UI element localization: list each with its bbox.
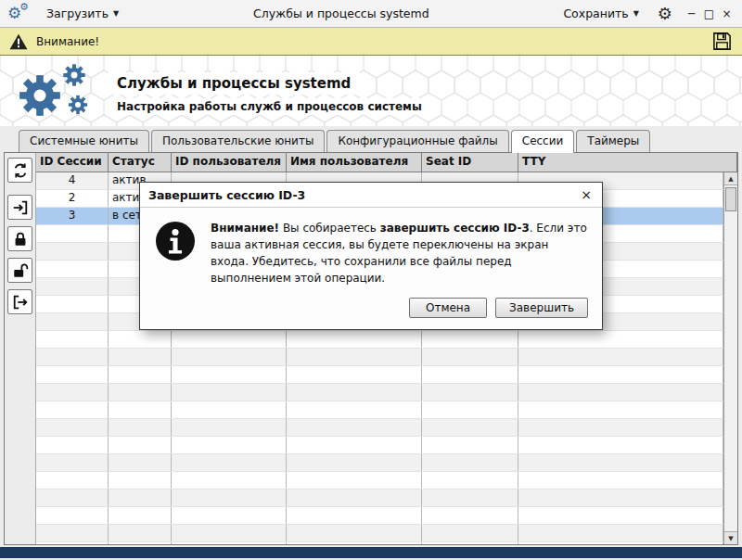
table-cell <box>287 366 422 383</box>
table-cell <box>172 437 287 453</box>
save-floppy-icon[interactable] <box>711 31 733 52</box>
terminate-session-dialog: Завершить сессию ID-3 × Внимание! Вы соб… <box>139 182 603 330</box>
table-cell <box>422 419 518 436</box>
column-header[interactable]: ID Сессии <box>36 153 109 172</box>
table-cell <box>36 225 109 242</box>
table-cell: 2 <box>36 190 109 207</box>
table-row[interactable] <box>36 472 723 490</box>
scroll-up-icon[interactable]: ▲ <box>724 172 737 185</box>
table-row[interactable] <box>36 419 723 437</box>
confirm-terminate-button[interactable]: Завершить <box>495 298 588 318</box>
table-row[interactable] <box>36 507 723 525</box>
table-row[interactable] <box>36 454 723 472</box>
close-button[interactable]: × <box>719 7 735 20</box>
column-header[interactable]: Статус <box>109 153 172 172</box>
dialog-message-text: Вы собираетесь <box>279 222 380 235</box>
lock-icon <box>12 231 29 248</box>
column-header[interactable]: ID пользователя <box>172 153 287 172</box>
dialog-close-icon[interactable]: × <box>579 187 594 202</box>
table-cell <box>422 401 518 418</box>
tab-timers[interactable]: Таймеры <box>576 130 650 152</box>
refresh-button[interactable] <box>7 158 32 183</box>
chevron-down-icon: ▼ <box>633 9 639 18</box>
table-cell <box>172 507 287 524</box>
app-logo-gears-icon <box>15 61 100 121</box>
tab-sessions[interactable]: Сессии <box>511 130 575 153</box>
table-cell <box>422 542 518 544</box>
table-row[interactable] <box>36 384 723 401</box>
tab-user-units[interactable]: Пользовательские юниты <box>151 130 325 152</box>
column-header[interactable]: Имя пользователя <box>287 153 422 172</box>
table-cell <box>518 490 723 506</box>
titlebar: ⚙ ⚙ Загрузить ▼ Службы и процессы system… <box>0 0 742 28</box>
table-cell <box>36 437 109 453</box>
side-toolbar <box>5 153 36 544</box>
page-title: Службы и процессы systemd <box>108 72 360 95</box>
table-cell <box>422 454 518 471</box>
table-cell <box>422 490 518 506</box>
table-cell <box>36 296 109 312</box>
table-cell <box>36 261 109 277</box>
table-cell <box>287 331 422 348</box>
table-cell <box>36 542 109 544</box>
table-cell <box>518 349 723 365</box>
table-cell <box>422 349 518 365</box>
dialog-actions: Отмена Завершить <box>140 292 602 329</box>
table-cell <box>518 331 723 348</box>
save-menu-button[interactable]: Сохранить ▼ <box>556 3 646 24</box>
table-cell <box>109 490 172 506</box>
warning-bar: Внимание! <box>0 28 742 56</box>
table-cell <box>518 419 723 436</box>
unlock-session-button[interactable] <box>7 258 32 283</box>
table-cell <box>172 384 287 401</box>
tab-config-files[interactable]: Конфигурационные файлы <box>326 130 508 152</box>
dialog-message-bold: Внимание! <box>211 222 279 235</box>
settings-gear-icon[interactable]: ⚙ <box>654 4 676 23</box>
table-cell <box>109 454 172 471</box>
table-cell <box>109 507 172 524</box>
app-gears-icon: ⚙ ⚙ <box>7 4 32 24</box>
window-title: Службы и процессы systemd <box>134 6 548 20</box>
table-cell <box>422 472 518 489</box>
table-cell <box>422 507 518 524</box>
scrollbar-thumb[interactable] <box>725 187 736 211</box>
logout-session-button[interactable] <box>7 289 32 314</box>
tab-system-units[interactable]: Системные юниты <box>19 130 149 152</box>
table-row[interactable] <box>36 331 723 349</box>
table-cell <box>422 366 518 383</box>
table-cell: 4 <box>36 172 109 189</box>
table-cell <box>172 401 287 418</box>
cancel-button[interactable]: Отмена <box>409 298 487 318</box>
load-menu-button[interactable]: Загрузить ▼ <box>39 3 126 24</box>
table-cell <box>518 542 723 544</box>
table-row[interactable] <box>36 437 723 454</box>
table-cell <box>36 331 109 348</box>
table-cell <box>109 366 172 383</box>
table-cell <box>518 507 723 524</box>
table-cell <box>422 525 518 541</box>
table-row[interactable] <box>36 525 723 542</box>
table-cell <box>287 507 422 524</box>
login-session-button[interactable] <box>7 195 32 220</box>
minimize-button[interactable]: ─ <box>684 7 699 20</box>
table-cell <box>36 472 109 489</box>
warning-triangle-icon <box>9 33 28 50</box>
column-header[interactable]: TTY <box>518 153 737 172</box>
table-row[interactable] <box>36 490 723 507</box>
table-cell <box>36 419 109 436</box>
table-row[interactable] <box>36 349 723 366</box>
maximize-button[interactable]: □ <box>701 7 717 20</box>
table-cell <box>518 472 723 489</box>
table-row[interactable] <box>36 401 723 419</box>
table-cell <box>518 401 723 418</box>
table-cell <box>518 437 723 453</box>
table-row[interactable] <box>36 542 723 544</box>
dialog-title: Завершить сессию ID-3 <box>148 188 305 202</box>
column-header[interactable]: Seat ID <box>422 153 518 172</box>
dialog-message: Внимание! Вы собираетесь завершить сесси… <box>211 220 588 286</box>
lock-session-button[interactable] <box>7 226 32 251</box>
table-cell <box>36 313 109 330</box>
table-row[interactable] <box>36 366 723 384</box>
scroll-down-icon[interactable]: ▼ <box>724 531 737 544</box>
vertical-scrollbar[interactable]: ▲ ▼ <box>723 172 737 544</box>
